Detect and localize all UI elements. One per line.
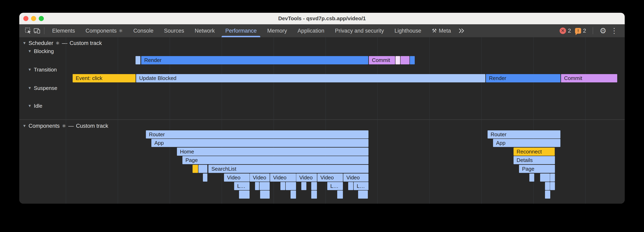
collapse-triangle-icon[interactable]: ▼ — [22, 124, 26, 128]
lane-label-idle[interactable]: ▼Idle — [28, 103, 42, 109]
header-dash: — — [62, 40, 67, 46]
flame-span[interactable] — [311, 191, 317, 199]
tab-performance[interactable]: Performance — [220, 24, 262, 37]
tab-label: Sources — [164, 28, 184, 34]
span-page[interactable]: Page — [182, 156, 368, 164]
span-update-blocked[interactable]: Update Blocked — [136, 74, 485, 82]
flame-span[interactable] — [192, 165, 198, 173]
collapse-triangle-icon[interactable]: ▼ — [22, 41, 26, 45]
performance-flame-chart[interactable]: ▼ Scheduler ⚛ — Custom track ▼ Component… — [19, 37, 625, 204]
lane-label-blocking[interactable]: ▼Blocking — [28, 48, 54, 54]
span-render[interactable]: Render — [486, 74, 560, 82]
span-video[interactable]: Video — [296, 173, 317, 182]
flame-span[interactable] — [311, 182, 317, 190]
flame-span[interactable] — [540, 173, 550, 182]
span-label: L… — [330, 183, 338, 189]
span-label: Video — [273, 175, 286, 181]
flame-span[interactable] — [286, 182, 296, 190]
collapse-triangle-icon[interactable]: ▼ — [28, 86, 32, 90]
tab-network[interactable]: Network — [189, 24, 220, 37]
inspect-element-icon[interactable] — [24, 26, 33, 35]
span-l[interactable]: L… — [327, 182, 343, 190]
span-details[interactable]: Details — [514, 156, 555, 164]
flame-span[interactable] — [260, 191, 270, 199]
kebab-menu-icon[interactable]: ⋮ — [610, 27, 618, 34]
span-render[interactable]: Render — [141, 56, 368, 64]
tab-sources[interactable]: Sources — [159, 24, 189, 37]
span-router[interactable]: Router — [146, 130, 368, 138]
flame-span[interactable] — [280, 182, 285, 190]
flame-span[interactable] — [550, 173, 555, 182]
flame-span[interactable] — [255, 182, 259, 190]
span-video[interactable]: Video — [270, 173, 296, 182]
tab-meta[interactable]: ⚒Meta — [426, 24, 456, 37]
span-video[interactable]: Video — [343, 173, 368, 182]
flame-span[interactable] — [203, 173, 207, 182]
span-app[interactable]: App — [493, 139, 560, 147]
span-l[interactable]: L… — [354, 182, 368, 190]
flame-span[interactable] — [358, 191, 368, 199]
tab-application[interactable]: Application — [292, 24, 330, 37]
flame-span[interactable] — [290, 191, 296, 199]
tab-label: Console — [133, 28, 154, 34]
tab-memory[interactable]: Memory — [262, 24, 292, 37]
gridline — [118, 37, 118, 204]
flame-span[interactable] — [260, 182, 270, 190]
flame-span[interactable] — [198, 165, 207, 173]
span-app[interactable]: App — [151, 139, 368, 147]
tab-components[interactable]: Components⚛ — [80, 24, 128, 37]
collapse-triangle-icon[interactable]: ▼ — [28, 49, 32, 53]
flame-span[interactable] — [545, 182, 550, 190]
flame-span[interactable] — [400, 56, 410, 64]
error-badge[interactable]: ✕ 2 — [560, 27, 571, 34]
span-video[interactable]: Video — [317, 173, 343, 182]
flame-span[interactable] — [348, 182, 353, 190]
device-toolbar-icon[interactable] — [33, 26, 42, 35]
settings-gear-icon[interactable]: ⚙ — [600, 27, 606, 35]
lane-label-suspense[interactable]: ▼Suspense — [28, 85, 57, 91]
zoom-button[interactable] — [39, 16, 44, 21]
components-track-header[interactable]: ▼ Components ⚛ — Custom track — [22, 122, 108, 129]
tab-elements[interactable]: Elements — [47, 24, 80, 37]
more-tabs-icon[interactable] — [458, 28, 465, 34]
flame-span[interactable] — [410, 56, 415, 64]
span-commit[interactable]: Commit — [561, 74, 617, 82]
span-l[interactable]: L… — [234, 182, 250, 190]
flame-span[interactable] — [396, 56, 400, 64]
collapse-triangle-icon[interactable]: ▼ — [28, 67, 32, 72]
lane-label-text: Idle — [34, 103, 42, 109]
lane-label-text: Suspense — [34, 85, 58, 91]
flame-span[interactable] — [545, 191, 550, 199]
minimize-button[interactable] — [31, 16, 36, 21]
tab-console[interactable]: Console — [128, 24, 159, 37]
flame-span[interactable] — [337, 191, 343, 199]
flame-span[interactable] — [301, 182, 306, 190]
span-video[interactable]: Video — [224, 173, 250, 182]
span-label: Home — [180, 149, 194, 155]
span-page[interactable]: Page — [519, 165, 555, 173]
tab-lighthouse[interactable]: Lighthouse — [389, 24, 426, 37]
span-home[interactable]: Home — [177, 148, 368, 156]
flame-span[interactable] — [239, 191, 250, 199]
span-router[interactable]: Router — [488, 130, 560, 138]
span-reconnect[interactable]: Reconnect — [514, 148, 555, 156]
span-video[interactable]: Video — [250, 173, 270, 182]
tab-label: Memory — [267, 28, 287, 34]
lane-label-transition[interactable]: ▼Transition — [28, 66, 57, 73]
span-commit[interactable]: Commit — [369, 56, 395, 64]
scheduler-track-title: Scheduler — [28, 40, 53, 46]
span-label: Event: click — [76, 75, 102, 81]
tab-privacy-and-security[interactable]: Privacy and security — [330, 24, 389, 37]
warning-count: 2 — [583, 27, 586, 34]
scheduler-track-header[interactable]: ▼ Scheduler ⚛ — Custom track — [22, 40, 102, 47]
react-atom-icon: ⚛ — [62, 123, 66, 129]
span-searchlist[interactable]: SearchList — [208, 165, 368, 173]
flame-span[interactable] — [529, 173, 534, 182]
collapse-triangle-icon[interactable]: ▼ — [28, 104, 32, 108]
error-icon: ✕ — [560, 27, 566, 34]
warning-badge[interactable]: ! 2 — [575, 27, 586, 34]
close-button[interactable] — [23, 16, 28, 21]
span-event-click[interactable]: Event: click — [73, 74, 136, 82]
flame-span[interactable] — [550, 182, 555, 190]
flame-span[interactable] — [136, 56, 140, 64]
